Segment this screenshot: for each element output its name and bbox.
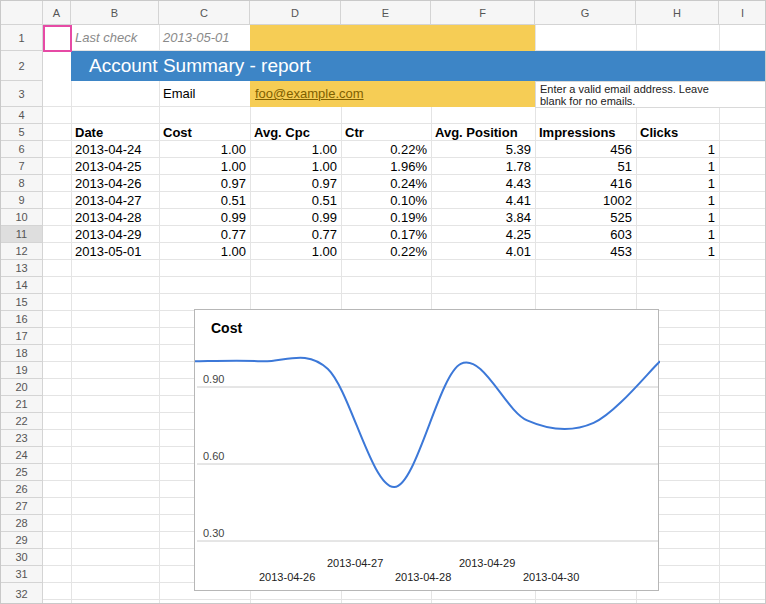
email-label[interactable]: Email (159, 81, 250, 107)
col-avg-position[interactable]: Avg. Position (431, 124, 535, 141)
row-header-1[interactable]: 1 (1, 25, 43, 51)
cell-clicks[interactable] (636, 260, 719, 277)
cell-date[interactable]: 2013-04-25 (71, 158, 159, 175)
cell-avg-position[interactable]: 3.84 (431, 209, 535, 226)
row-header-14[interactable]: 14 (1, 277, 43, 294)
cell-avg-position[interactable]: 4.25 (431, 226, 535, 243)
row-header-32[interactable]: 32 (1, 583, 43, 604)
cell-impressions[interactable] (535, 260, 636, 277)
cost-chart[interactable]: Cost 0.90 0.60 0.30 2013-04-26 2013-04-2… (194, 309, 659, 591)
cell-ctr[interactable]: 0.17% (341, 226, 431, 243)
col-header-A[interactable]: A (43, 1, 71, 25)
cell-clicks[interactable]: 1 (636, 175, 719, 192)
col-impressions[interactable]: Impressions (535, 124, 636, 141)
row-header-21[interactable]: 21 (1, 396, 43, 413)
row-header-24[interactable]: 24 (1, 447, 43, 464)
col-avg-cpc[interactable]: Avg. Cpc (250, 124, 341, 141)
cell-avg-position[interactable]: 4.01 (431, 243, 535, 260)
row-header-4[interactable]: 4 (1, 107, 43, 124)
cell-cursor-a1[interactable] (43, 25, 72, 52)
cell-avg-cpc[interactable] (250, 260, 341, 277)
col-header-H[interactable]: H (636, 1, 719, 25)
cell-date[interactable] (71, 260, 159, 277)
row-header-29[interactable]: 29 (1, 532, 43, 549)
col-ctr[interactable]: Ctr (341, 124, 431, 141)
row-header-16[interactable]: 16 (1, 311, 43, 328)
row-header-30[interactable]: 30 (1, 549, 43, 566)
cell-date[interactable]: 2013-05-01 (71, 243, 159, 260)
cell-avg-position[interactable] (431, 260, 535, 277)
row-header-28[interactable]: 28 (1, 515, 43, 532)
cell-avg-cpc[interactable]: 1.00 (250, 141, 341, 158)
col-date[interactable]: Date (71, 124, 159, 141)
cell-ctr[interactable]: 0.10% (341, 192, 431, 209)
cell-date[interactable]: 2013-04-26 (71, 175, 159, 192)
cell-clicks[interactable]: 1 (636, 226, 719, 243)
row-header-31[interactable]: 31 (1, 566, 43, 583)
col-header-C[interactable]: C (159, 1, 250, 25)
cell-avg-cpc[interactable]: 0.97 (250, 175, 341, 192)
cell-cost[interactable]: 0.51 (159, 192, 250, 209)
email-link[interactable]: foo@example.com (255, 86, 364, 101)
cell-avg-position[interactable]: 5.39 (431, 141, 535, 158)
last-check-value[interactable]: 2013-05-01 (159, 25, 250, 51)
cell-cost[interactable]: 0.77 (159, 226, 250, 243)
cell-date[interactable]: 2013-04-28 (71, 209, 159, 226)
cell-avg-position[interactable]: 1.78 (431, 158, 535, 175)
cell-clicks[interactable]: 1 (636, 141, 719, 158)
col-header-D[interactable]: D (250, 1, 341, 25)
cell-ctr[interactable]: 0.19% (341, 209, 431, 226)
col-header-B[interactable]: B (71, 1, 159, 25)
report-title-banner[interactable]: Account Summary - report (71, 51, 766, 81)
cell-impressions[interactable]: 1002 (535, 192, 636, 209)
row-header-27[interactable]: 27 (1, 498, 43, 515)
row-header-23[interactable]: 23 (1, 430, 43, 447)
cell-cost[interactable]: 1.00 (159, 158, 250, 175)
col-cost[interactable]: Cost (159, 124, 250, 141)
cell-clicks[interactable]: 1 (636, 158, 719, 175)
select-all-corner[interactable] (1, 1, 43, 25)
cell-avg-position[interactable]: 4.41 (431, 192, 535, 209)
col-header-I[interactable]: I (719, 1, 766, 25)
cell-cost[interactable] (159, 260, 250, 277)
row-header-19[interactable]: 19 (1, 362, 43, 379)
cell-avg-cpc[interactable]: 1.00 (250, 158, 341, 175)
cell-clicks[interactable]: 1 (636, 192, 719, 209)
cell-ctr[interactable]: 0.24% (341, 175, 431, 192)
cell-date[interactable]: 2013-04-29 (71, 226, 159, 243)
row-header-22[interactable]: 22 (1, 413, 43, 430)
row-header-18[interactable]: 18 (1, 345, 43, 362)
row-header-15[interactable]: 15 (1, 294, 43, 311)
cell-impressions[interactable]: 525 (535, 209, 636, 226)
col-header-F[interactable]: F (431, 1, 535, 25)
row-header-20[interactable]: 20 (1, 379, 43, 396)
row-header-17[interactable]: 17 (1, 328, 43, 345)
cell-ctr[interactable]: 0.22% (341, 243, 431, 260)
cell-impressions[interactable]: 456 (535, 141, 636, 158)
cell-cost[interactable]: 1.00 (159, 141, 250, 158)
cell-ctr[interactable]: 0.22% (341, 141, 431, 158)
cell-clicks[interactable]: 1 (636, 209, 719, 226)
cell-avg-position[interactable]: 4.43 (431, 175, 535, 192)
cell-cost[interactable]: 0.97 (159, 175, 250, 192)
row-header-26[interactable]: 26 (1, 481, 43, 498)
email-input-cell[interactable]: foo@example.com (250, 81, 535, 107)
cell-date[interactable]: 2013-04-24 (71, 141, 159, 158)
last-check-label[interactable]: Last check (71, 25, 159, 51)
row-header-3[interactable]: 3 (1, 81, 43, 107)
cell-avg-cpc[interactable]: 0.99 (250, 209, 341, 226)
cell-date[interactable]: 2013-04-27 (71, 192, 159, 209)
cell-impressions[interactable]: 453 (535, 243, 636, 260)
cell-cost[interactable]: 1.00 (159, 243, 250, 260)
cell-impressions[interactable]: 51 (535, 158, 636, 175)
cell-ctr[interactable]: 1.96% (341, 158, 431, 175)
col-header-E[interactable]: E (341, 1, 431, 25)
cell-clicks[interactable]: 1 (636, 243, 719, 260)
row-header-2[interactable]: 2 (1, 51, 43, 81)
row-header-25[interactable]: 25 (1, 464, 43, 481)
cell-cost[interactable]: 0.99 (159, 209, 250, 226)
col-clicks[interactable]: Clicks (636, 124, 719, 141)
cell-avg-cpc[interactable]: 0.77 (250, 226, 341, 243)
col-header-G[interactable]: G (535, 1, 636, 25)
cell-avg-cpc[interactable]: 0.51 (250, 192, 341, 209)
